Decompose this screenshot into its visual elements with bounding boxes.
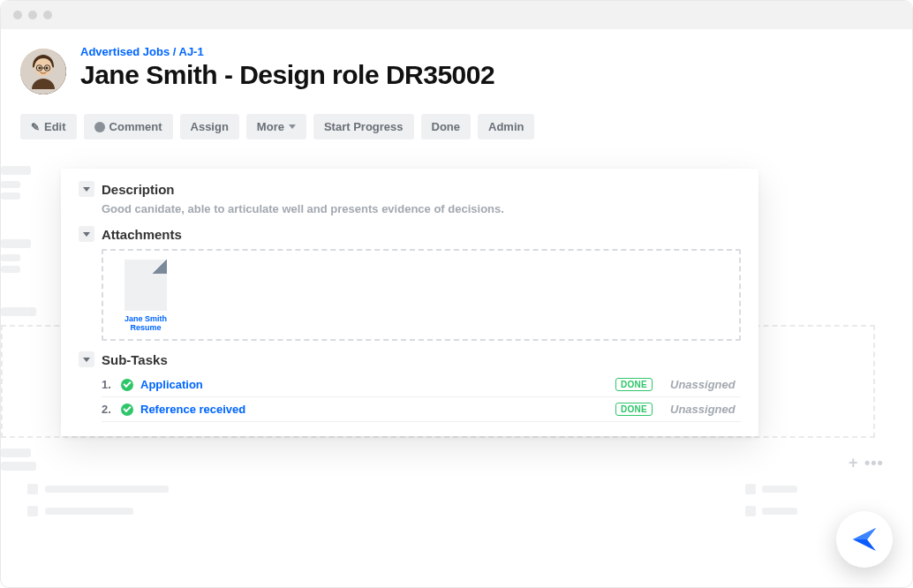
- reporter-avatar[interactable]: [20, 49, 66, 94]
- traffic-light-close[interactable]: [13, 11, 22, 19]
- subtask-row[interactable]: 2. Reference received DONE Unassigned: [102, 397, 741, 422]
- assign-label: Assign: [191, 120, 229, 133]
- skeleton-strip: [27, 506, 38, 516]
- subtasks-heading: Sub-Tasks: [102, 352, 168, 367]
- action-toolbar: ✎Edit Comment Assign More Start Progress…: [20, 114, 893, 139]
- attachments-dropzone[interactable]: Jane Smith Resume: [102, 249, 741, 341]
- skeleton-strip: [1, 254, 20, 261]
- more-icon[interactable]: •••: [864, 454, 884, 472]
- check-circle-icon: [121, 379, 133, 391]
- subtasks-section: Sub-Tasks 1. Application DONE Unassigned…: [79, 351, 741, 422]
- start-progress-button[interactable]: Start Progress: [313, 114, 414, 139]
- status-badge: DONE: [615, 378, 653, 391]
- description-body: Good canidate, able to articulate well a…: [102, 202, 741, 215]
- subtask-row[interactable]: 1. Application DONE Unassigned: [102, 373, 741, 397]
- section-toggle[interactable]: [79, 181, 94, 197]
- svg-point-3: [45, 66, 48, 69]
- description-heading: Description: [102, 182, 175, 197]
- skeleton-strip: [762, 508, 797, 515]
- start-progress-label: Start Progress: [324, 120, 404, 133]
- attachments-section: Attachments Jane Smith Resume: [79, 226, 741, 341]
- more-label: More: [257, 120, 284, 133]
- issue-header: Advertised Jobs / AJ-1 Jane Smith - Desi…: [20, 45, 893, 94]
- admin-label: Admin: [488, 120, 524, 133]
- chevron-down-icon: [83, 358, 90, 362]
- assign-button[interactable]: Assign: [180, 114, 239, 139]
- description-section: Description Good canidate, able to artic…: [79, 181, 741, 215]
- admin-button[interactable]: Admin: [478, 114, 534, 139]
- skeleton-strip: [1, 192, 20, 200]
- subtask-number: 2.: [102, 403, 114, 416]
- chevron-down-icon: [83, 187, 90, 192]
- more-button[interactable]: More: [246, 114, 306, 139]
- check-circle-icon: [121, 403, 133, 416]
- attachment-filename: Jane Smith Resume: [114, 314, 177, 332]
- edit-label: Edit: [44, 120, 66, 133]
- skeleton-strip: [45, 508, 133, 515]
- skeleton-strip: [745, 506, 756, 516]
- assignee-label: Unassigned: [670, 403, 741, 416]
- app-window: Advertised Jobs / AJ-1 Jane Smith - Desi…: [0, 0, 913, 588]
- skeleton-strip: [1, 181, 20, 188]
- section-toggle[interactable]: [79, 226, 94, 242]
- skeleton-strip: [1, 307, 36, 316]
- subtask-number: 1.: [102, 378, 114, 391]
- comment-icon: [94, 122, 105, 132]
- skeleton-strip: [1, 239, 31, 248]
- issue-title: Jane Smith - Design role DR35002: [80, 60, 893, 90]
- subtask-link[interactable]: Application: [140, 378, 608, 391]
- pencil-icon: ✎: [31, 121, 40, 133]
- attachment-file[interactable]: Jane Smith Resume: [114, 260, 177, 332]
- subtask-list: 1. Application DONE Unassigned 2. Refere…: [102, 373, 741, 422]
- skeleton-strip: [1, 266, 20, 273]
- section-toggle[interactable]: [79, 351, 94, 367]
- window-titlebar: [1, 1, 912, 29]
- assignee-label: Unassigned: [670, 378, 741, 391]
- attachments-heading: Attachments: [102, 227, 182, 242]
- breadcrumb[interactable]: Advertised Jobs / AJ-1: [80, 45, 893, 58]
- skeleton-strip: [762, 486, 797, 493]
- send-icon: [849, 524, 879, 554]
- subtask-link[interactable]: Reference received: [140, 403, 608, 416]
- chevron-down-icon: [289, 124, 296, 129]
- add-icon[interactable]: +: [849, 454, 858, 472]
- skeleton-strip: [745, 484, 756, 494]
- document-icon: [124, 260, 167, 311]
- comment-button[interactable]: Comment: [84, 114, 173, 139]
- chevron-down-icon: [83, 232, 90, 237]
- skeleton-strip: [1, 462, 36, 471]
- skeleton-strip: [45, 486, 169, 493]
- traffic-light-minimize[interactable]: [28, 11, 37, 19]
- svg-point-2: [38, 66, 41, 69]
- edit-button[interactable]: ✎Edit: [20, 114, 77, 139]
- status-badge: DONE: [615, 403, 653, 416]
- done-button[interactable]: Done: [421, 114, 472, 139]
- issue-detail-card: Description Good canidate, able to artic…: [61, 169, 758, 436]
- traffic-light-zoom[interactable]: [43, 11, 52, 19]
- app-fab[interactable]: [836, 511, 893, 568]
- skeleton-strip: [1, 166, 31, 175]
- done-label: Done: [432, 120, 461, 133]
- skeleton-strip: [27, 484, 38, 494]
- comment-label: Comment: [109, 120, 162, 133]
- skeleton-strip: [1, 449, 31, 457]
- content-area: Advertised Jobs / AJ-1 Jane Smith - Desi…: [1, 29, 912, 139]
